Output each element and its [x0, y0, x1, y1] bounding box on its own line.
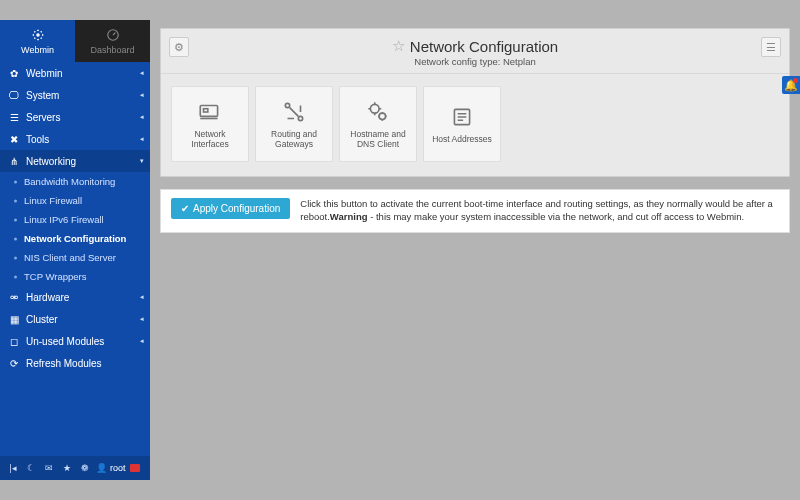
card-network-interfaces[interactable]: Network Interfaces [171, 86, 249, 162]
mail-icon[interactable]: ✉ [42, 461, 56, 475]
chevron-left-icon: ◂ [140, 113, 144, 121]
logout-icon[interactable] [130, 464, 140, 472]
apply-panel: ✔ Apply Configuration Click this button … [160, 189, 790, 233]
sidebar-item-label: Webmin [26, 68, 63, 79]
refresh-icon: ⟳ [8, 357, 20, 369]
sidebar-item-tools[interactable]: ✖ Tools ◂ [0, 128, 150, 150]
sidebar-nav: ✿ Webmin ◂ 🖵 System ◂ ☰ Servers ◂ ✖ Tool… [0, 62, 150, 456]
monitor-icon: 🖵 [8, 89, 20, 101]
sidebar-item-servers[interactable]: ☰ Servers ◂ [0, 106, 150, 128]
sidebar-item-webmin[interactable]: ✿ Webmin ◂ [0, 62, 150, 84]
sidebar-item-system[interactable]: 🖵 System ◂ [0, 84, 150, 106]
chevron-left-icon: ◂ [140, 337, 144, 345]
star-icon[interactable]: ★ [60, 461, 74, 475]
stack-icon: ☰ [8, 111, 20, 123]
sidebar-item-refresh[interactable]: ⟳ Refresh Modules [0, 352, 150, 374]
card-routing-gateways[interactable]: Routing and Gateways [255, 86, 333, 162]
favorite-star-icon[interactable]: ☆ [392, 37, 405, 55]
tab-dashboard[interactable]: Dashboard [75, 20, 150, 62]
sidebar-item-unused[interactable]: ◻ Un-used Modules ◂ [0, 330, 150, 352]
module-cards: Network Interfaces Routing and Gateways … [161, 74, 789, 176]
chevron-left-icon: ◂ [140, 69, 144, 77]
sidebar-sub-label: Linux Firewall [24, 195, 82, 206]
sidebar-sub-label: NIS Client and Server [24, 252, 116, 263]
sidebar-bottom-bar: |◂ ☾ ✉ ★ ❁ 👤 root [0, 456, 150, 480]
sidebar-item-label: Networking [26, 156, 76, 167]
sidebar-sub-ipv6-firewall[interactable]: Linux IPv6 Firewall [0, 210, 150, 229]
gauge-icon [106, 28, 120, 44]
address-book-icon [449, 104, 475, 130]
tab-webmin-label: Webmin [21, 45, 54, 55]
sidebar-item-label: Un-used Modules [26, 336, 104, 347]
share-icon: ⋔ [8, 155, 20, 167]
apply-text-post: - this may make your system inaccessible… [368, 211, 745, 222]
tab-webmin[interactable]: Webmin [0, 20, 75, 62]
card-hostname-dns[interactable]: Hostname and DNS Client [339, 86, 417, 162]
sidebar-item-hardware[interactable]: ⚮ Hardware ◂ [0, 286, 150, 308]
card-label: Host Addresses [432, 134, 492, 144]
grid-icon: ▦ [8, 313, 20, 325]
sidebar-sub-tcp-wrappers[interactable]: TCP Wrappers [0, 267, 150, 286]
svg-rect-3 [204, 109, 208, 112]
gear-icon: ⚙ [174, 41, 184, 54]
chevron-left-icon: ◂ [140, 315, 144, 323]
night-mode-icon[interactable]: ☾ [24, 461, 38, 475]
svg-point-0 [36, 33, 40, 37]
tab-dashboard-label: Dashboard [90, 45, 134, 55]
module-panel: ⚙ ☆ Network Configuration Network config… [160, 28, 790, 177]
apply-warning-label: Warning [330, 211, 368, 222]
sidebar-item-cluster[interactable]: ▦ Cluster ◂ [0, 308, 150, 330]
sidebar-item-label: Tools [26, 134, 49, 145]
svg-point-4 [285, 103, 289, 107]
sidebar-sub-network-config[interactable]: Network Configuration [0, 229, 150, 248]
main-content: ⚙ ☆ Network Configuration Network config… [150, 20, 800, 480]
sidebar-item-label: Refresh Modules [26, 358, 102, 369]
apply-configuration-button[interactable]: ✔ Apply Configuration [171, 198, 290, 219]
sidebar-sub-firewall[interactable]: Linux Firewall [0, 191, 150, 210]
nic-icon [197, 99, 223, 125]
user-menu[interactable]: 👤 root [96, 463, 126, 473]
notifications-toggle[interactable]: 🔔 [782, 76, 800, 94]
sidebar-item-label: System [26, 90, 59, 101]
apply-button-label: Apply Configuration [193, 203, 280, 214]
box-icon: ◻ [8, 335, 20, 347]
page-title: ☆ Network Configuration [392, 37, 558, 55]
sidebar-item-networking[interactable]: ⋔ Networking ▾ [0, 150, 150, 172]
gears-icon [365, 99, 391, 125]
card-host-addresses[interactable]: Host Addresses [423, 86, 501, 162]
collapse-icon[interactable]: |◂ [6, 461, 20, 475]
check-circle-icon: ✔ [181, 203, 189, 214]
sidebar-sub-bandwidth[interactable]: Bandwidth Monitoring [0, 172, 150, 191]
sidebar-sub-label: Network Configuration [24, 233, 126, 244]
apply-description: Click this button to activate the curren… [300, 198, 779, 224]
sidebar-sub-label: TCP Wrappers [24, 271, 86, 282]
plug-icon: ⚮ [8, 291, 20, 303]
chevron-left-icon: ◂ [140, 293, 144, 301]
chevron-left-icon: ◂ [140, 91, 144, 99]
card-label: Routing and Gateways [260, 129, 328, 149]
notification-dot-icon [793, 78, 798, 83]
webmin-logo-icon [31, 28, 45, 44]
sidebar-sub-nis[interactable]: NIS Client and Server [0, 248, 150, 267]
user-icon: 👤 [96, 463, 107, 473]
svg-point-7 [379, 113, 386, 120]
globe-icon[interactable]: ❁ [78, 461, 92, 475]
user-label: root [110, 463, 126, 473]
sidebar-sub-label: Linux IPv6 Firewall [24, 214, 104, 225]
gear-icon: ✿ [8, 67, 20, 79]
panel-header: ⚙ ☆ Network Configuration Network config… [161, 29, 789, 74]
list-view-button[interactable]: ☰ [761, 37, 781, 57]
list-icon: ☰ [766, 41, 776, 54]
wrench-icon: ✖ [8, 133, 20, 145]
page-subtitle: Network config type: Netplan [392, 56, 558, 67]
routing-icon [281, 99, 307, 125]
chevron-left-icon: ◂ [140, 135, 144, 143]
sidebar-tabs: Webmin Dashboard [0, 20, 150, 62]
card-label: Network Interfaces [176, 129, 244, 149]
sidebar: Webmin Dashboard ✿ Webmin ◂ 🖵 System ◂ [0, 20, 150, 480]
module-config-button[interactable]: ⚙ [169, 37, 189, 57]
svg-point-6 [370, 104, 379, 113]
chevron-down-icon: ▾ [140, 157, 144, 165]
sidebar-sub-label: Bandwidth Monitoring [24, 176, 115, 187]
page-title-text: Network Configuration [410, 38, 558, 55]
